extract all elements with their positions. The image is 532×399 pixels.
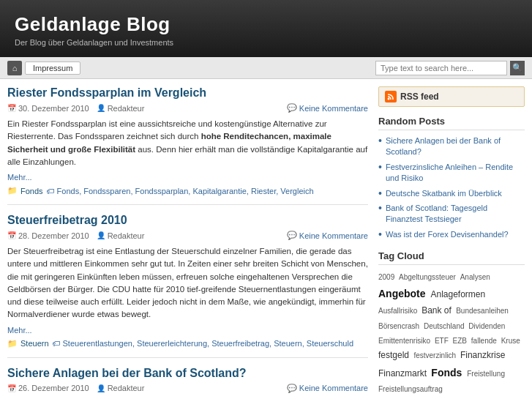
tag-item[interactable]: fallende [471, 337, 499, 345]
bullet-icon: • [378, 188, 382, 198]
nav-right: 🔍 [375, 61, 525, 75]
tag-item[interactable]: Finanzmarkt [378, 368, 429, 379]
svg-point-0 [388, 98, 390, 100]
post-comments-3[interactable]: 💬 Keine Kommentare [287, 384, 368, 393]
post-meta-1: 📅 30. Dezember 2010 👤 Redakteur 💬 Keine … [7, 103, 368, 113]
tag-item[interactable]: Abgeltungssteuer [399, 273, 458, 281]
search-button[interactable]: 🔍 [510, 61, 525, 75]
post-comments-2[interactable]: 💬 Keine Kommentare [287, 231, 368, 240]
post-author-3: 👤 Redakteur [97, 384, 145, 392]
bullet-icon: • [378, 162, 382, 172]
post-tags-1[interactable]: Fonds, Fondssparen, Fondssparplan, Kapit… [57, 187, 314, 195]
post-date-2: 📅 28. Dezember 2010 [7, 231, 89, 240]
post-footer-2: 📁 Steuern 🏷 Steuerentlastungen, Steuerer… [7, 339, 368, 348]
tag-cloud-title: Tag Cloud [378, 250, 525, 265]
tag-item[interactable]: ETF [435, 337, 451, 345]
author-icon-3: 👤 [97, 384, 105, 392]
random-post-item[interactable]: •Sichere Anlagen bei der Bank of Scotlan… [378, 135, 525, 158]
author-icon-2: 👤 [97, 231, 105, 239]
post-body-1: Ein Riester Fondssparplan ist eine aussi… [7, 118, 368, 168]
tag-item[interactable]: Finanzkrise [460, 350, 505, 360]
tag-icon-1: 🏷 [46, 187, 54, 195]
random-posts-list: •Sichere Anlagen bei der Bank of Scotlan… [378, 135, 525, 240]
tag-item[interactable]: Angebote [378, 288, 428, 299]
random-post-item[interactable]: •Festverzinsliche Anleihen – Rendite und… [378, 162, 525, 184]
rss-icon [385, 91, 397, 102]
read-more-2[interactable]: Mehr... [7, 326, 368, 335]
post-2: Steuerfreibetrag 2010 📅 28. Dezember 201… [7, 214, 368, 358]
tag-item[interactable]: Analysen [460, 273, 490, 281]
random-post-item[interactable]: •Bank of Scotland: Tagesgeld Finanztest … [378, 203, 525, 225]
post-date-1: 📅 30. Dezember 2010 [7, 104, 89, 113]
random-posts-section: Random Posts •Sichere Anlagen bei der Ba… [378, 116, 525, 240]
rss-label: RSS feed [400, 92, 439, 102]
calendar-icon-3: 📅 [7, 384, 16, 392]
tag-item[interactable]: Ausfallrisiko [378, 307, 419, 315]
post-author-2: 👤 Redakteur [97, 231, 145, 240]
tag-item[interactable]: festgeld [378, 350, 411, 360]
post-meta-3: 📅 26. Dezember 2010 👤 Redakteur 💬 Keine … [7, 384, 368, 393]
tag-item[interactable]: Fonds [431, 367, 465, 379]
site-tagline: Der Blog über Geldanlagen und Investment… [15, 38, 517, 47]
content-wrapper: Riester Fondssparplan im Vergleich 📅 30.… [0, 79, 532, 399]
folder-icon-2: 📁 [7, 339, 18, 348]
tag-item[interactable]: festverzinlich [413, 351, 458, 359]
folder-icon-1: 📁 [7, 186, 18, 195]
tag-item[interactable]: Kruse [501, 337, 520, 345]
tag-cloud: 2009 Abgeltungssteuer Analysen Angebote … [378, 270, 525, 399]
post-title-1[interactable]: Riester Fondssparplan im Vergleich [7, 86, 368, 100]
tag-item[interactable]: 2009 [378, 273, 397, 281]
home-icon[interactable]: ⌂ [7, 61, 22, 75]
navbar: ⌂ Impressum 🔍 [0, 57, 532, 79]
post-1: Riester Fondssparplan im Vergleich 📅 30.… [7, 86, 368, 205]
post-category-2[interactable]: Steuern [20, 339, 49, 348]
tag-item[interactable]: Anlageformen [430, 289, 485, 299]
sidebar: RSS feed Random Posts •Sichere Anlagen b… [378, 86, 525, 399]
post-comments-1[interactable]: 💬 Keine Kommentare [287, 103, 368, 113]
comment-bubble-icon-1: 💬 [287, 103, 297, 113]
site-header: Geldanlage Blog Der Blog über Geldanlage… [0, 0, 532, 57]
tag-item[interactable]: Dividenden [468, 322, 505, 330]
tag-item[interactable]: Bundesanleihen [456, 307, 509, 315]
bullet-icon: • [378, 135, 382, 146]
tag-icon-2: 🏷 [52, 339, 60, 348]
tag-item[interactable]: Deutschland [424, 322, 466, 330]
tag-item[interactable]: Börsencrash [378, 322, 422, 330]
rss-bar[interactable]: RSS feed [378, 86, 525, 107]
comment-bubble-icon-2: 💬 [287, 231, 297, 240]
post-tags-2[interactable]: Steuerentlastungen, Steuererleichterung,… [63, 339, 353, 348]
tag-item[interactable]: Freistellung [467, 370, 505, 378]
impressum-link[interactable]: Impressum [25, 61, 80, 75]
tag-item[interactable]: Bank of [422, 305, 454, 316]
tag-item[interactable]: Emittentenrisiko [378, 337, 432, 345]
post-meta-2: 📅 28. Dezember 2010 👤 Redakteur 💬 Keine … [7, 231, 368, 240]
comment-bubble-icon-3: 💬 [287, 384, 297, 393]
calendar-icon-1: 📅 [7, 104, 16, 112]
nav-left: ⌂ Impressum [7, 61, 80, 75]
tag-cloud-section: Tag Cloud 2009 Abgeltungssteuer Analysen… [378, 250, 525, 399]
post-date-3: 📅 26. Dezember 2010 [7, 384, 89, 392]
calendar-icon-2: 📅 [7, 231, 16, 239]
author-icon-1: 👤 [97, 104, 105, 112]
tag-item[interactable]: EZB [453, 337, 469, 345]
random-post-item[interactable]: •Deutsche Skatbank im Überblick [378, 188, 525, 199]
read-more-1[interactable]: Mehr... [7, 173, 368, 182]
site-title: Geldanlage Blog [15, 13, 517, 36]
random-post-item[interactable]: •Was ist der Forex Devisenhandel? [378, 229, 525, 240]
main-content: Riester Fondssparplan im Vergleich 📅 30.… [7, 86, 368, 399]
tag-item[interactable]: Freistellungsauftrag [378, 385, 443, 393]
post-title-2[interactable]: Steuerfreibetrag 2010 [7, 214, 368, 227]
post-author-1: 👤 Redakteur [97, 104, 145, 113]
bullet-icon: • [378, 203, 382, 213]
post-footer-1: 📁 Fonds 🏷 Fonds, Fondssparen, Fondssparp… [7, 186, 368, 195]
bullet-icon: • [378, 229, 382, 239]
search-input[interactable] [375, 61, 507, 75]
post-category-1[interactable]: Fonds [20, 187, 43, 195]
post-body-2: Der Steuerfreibetrag ist eine Entlastung… [7, 245, 368, 321]
post-title-3[interactable]: Sichere Anlagen bei der Bank of Scotland… [7, 367, 368, 380]
random-posts-title: Random Posts [378, 116, 525, 130]
post-3: Sichere Anlagen bei der Bank of Scotland… [7, 367, 368, 400]
